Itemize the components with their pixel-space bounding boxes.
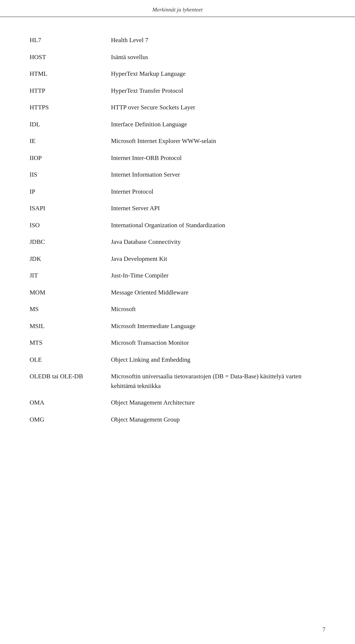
abbreviation-cell: HOST — [30, 49, 111, 66]
table-row: OMAObject Management Architecture — [30, 394, 325, 411]
header-title: Merkinnät ja lyhenteet — [152, 7, 203, 13]
definition-cell: Microsoft Intermediate Language — [111, 318, 325, 335]
table-row: OMGObject Management Group — [30, 411, 325, 428]
table-row: HTTPSHTTP over Secure Sockets Layer — [30, 99, 325, 116]
table-row: IISInternet Information Server — [30, 166, 325, 183]
table-row: JDKJava Development Kit — [30, 251, 325, 268]
definition-cell: Object Management Architecture — [111, 394, 325, 411]
definition-cell: Health Level 7 — [111, 32, 325, 49]
definition-cell: Object Linking and Embedding — [111, 351, 325, 368]
definition-cell: Just-In-Time Compiler — [111, 267, 325, 284]
table-row: OLEDB tai OLE-DBMicrosoftin universaalia… — [30, 368, 325, 394]
table-row: MTSMicrosoft Transaction Monitor — [30, 334, 325, 351]
abbreviation-cell: MSIL — [30, 318, 111, 335]
abbreviation-cell: IP — [30, 183, 111, 200]
definition-cell: Java Development Kit — [111, 251, 325, 268]
abbreviation-cell: HTTP — [30, 82, 111, 99]
definition-cell: Internet Inter-ORB Protocol — [111, 150, 325, 167]
definition-cell: HyperText Markup Language — [111, 65, 325, 82]
table-row: ISOInternational Organization of Standar… — [30, 217, 325, 234]
table-row: IPInternet Protocol — [30, 183, 325, 200]
abbreviation-cell: ISAPI — [30, 200, 111, 217]
abbreviation-cell: MS — [30, 301, 111, 318]
abbreviation-cell: IDL — [30, 116, 111, 133]
definition-cell: Object Management Group — [111, 411, 325, 428]
definition-cell: Microsoft — [111, 301, 325, 318]
abbreviation-cell: JDK — [30, 251, 111, 268]
table-row: MSILMicrosoft Intermediate Language — [30, 318, 325, 335]
table-row: IIOPInternet Inter-ORB Protocol — [30, 150, 325, 167]
abbreviation-cell: JIT — [30, 267, 111, 284]
abbreviation-cell: HTML — [30, 65, 111, 82]
definition-cell: HyperText Transfer Protocol — [111, 82, 325, 99]
definition-cell: Isäntä sovellus — [111, 49, 325, 66]
abbreviation-cell: MOM — [30, 284, 111, 301]
abbreviation-cell: JDBC — [30, 234, 111, 251]
table-row: HTMLHyperText Markup Language — [30, 65, 325, 82]
table-row: HOSTIsäntä sovellus — [30, 49, 325, 66]
definition-cell: Java Database Connectivity — [111, 234, 325, 251]
abbreviation-cell: IE — [30, 133, 111, 150]
abbreviation-cell: OMA — [30, 394, 111, 411]
abbreviation-cell: MTS — [30, 334, 111, 351]
abbreviation-cell: HTTPS — [30, 99, 111, 116]
table-row: OLEObject Linking and Embedding — [30, 351, 325, 368]
definition-cell: International Organization of Standardiz… — [111, 217, 325, 234]
table-row: HL7Health Level 7 — [30, 32, 325, 49]
table-row: IDLInterface Definition Language — [30, 116, 325, 133]
definition-cell: Message Oriented Middleware — [111, 284, 325, 301]
definition-cell: Internet Server API — [111, 200, 325, 217]
table-row: MSMicrosoft — [30, 301, 325, 318]
definition-cell: Internet Information Server — [111, 166, 325, 183]
abbreviation-cell: OLEDB tai OLE-DB — [30, 368, 111, 394]
abbreviation-cell: OLE — [30, 351, 111, 368]
abbreviation-cell: IIS — [30, 166, 111, 183]
definition-cell: HTTP over Secure Sockets Layer — [111, 99, 325, 116]
abbreviation-cell: HL7 — [30, 32, 111, 49]
definition-cell: Microsoft Internet Explorer WWW-selain — [111, 133, 325, 150]
abbreviation-cell: IIOP — [30, 150, 111, 167]
definition-cell: Internet Protocol — [111, 183, 325, 200]
abbreviation-cell: OMG — [30, 411, 111, 428]
page-header: Merkinnät ja lyhenteet — [0, 0, 355, 17]
abbreviation-table: HL7Health Level 7HOSTIsäntä sovellusHTML… — [30, 32, 325, 428]
table-row: JDBCJava Database Connectivity — [30, 234, 325, 251]
page-number: 7 — [322, 626, 325, 633]
definition-cell: Microsoftin universaalia tietovarastojen… — [111, 368, 325, 394]
table-row: MOMMessage Oriented Middleware — [30, 284, 325, 301]
table-row: HTTPHyperText Transfer Protocol — [30, 82, 325, 99]
abbreviation-cell: ISO — [30, 217, 111, 234]
table-row: ISAPIInternet Server API — [30, 200, 325, 217]
table-row: JITJust-In-Time Compiler — [30, 267, 325, 284]
definition-cell: Microsoft Transaction Monitor — [111, 334, 325, 351]
table-row: IEMicrosoft Internet Explorer WWW-selain — [30, 133, 325, 150]
definition-cell: Interface Definition Language — [111, 116, 325, 133]
